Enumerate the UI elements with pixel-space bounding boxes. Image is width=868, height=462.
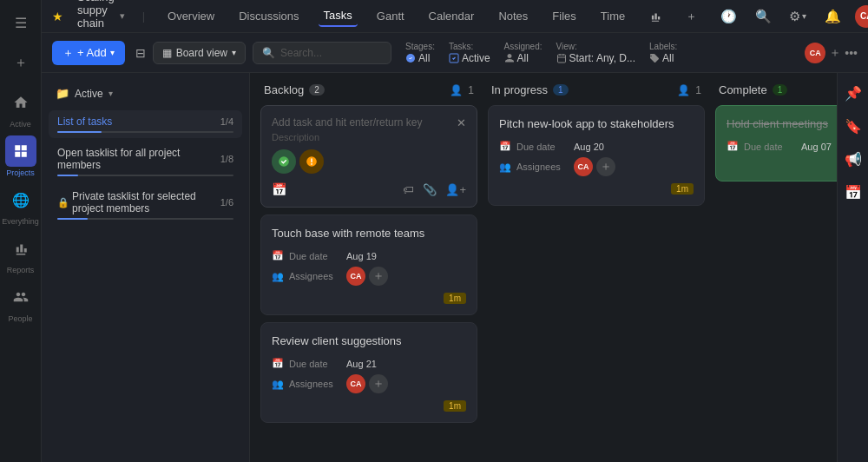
toolbar-avatar[interactable]: CA ＋ ••• xyxy=(805,43,858,63)
projects-label: Projects xyxy=(6,168,35,177)
nav-files[interactable]: Files xyxy=(547,6,581,26)
complete-count: 1 xyxy=(773,84,788,96)
add-user-icon[interactable]: 👤+ xyxy=(445,183,466,196)
bell-icon[interactable]: 🔔 xyxy=(820,4,845,29)
calendar-icon[interactable]: 📅 xyxy=(272,182,286,196)
nav-plus[interactable]: ＋ xyxy=(681,5,702,28)
left-icon-rail: ☰ ＋ Active Projects 🌐 Everything Reports… xyxy=(0,0,42,462)
tag-icon[interactable]: 🏷 xyxy=(403,183,414,196)
everything-label: Everything xyxy=(2,217,39,226)
add-assignee-button[interactable]: ＋ xyxy=(369,267,388,286)
tasklist-item-locked[interactable]: 🔒 Private tasklist for selected project … xyxy=(49,185,242,225)
calendar-icon: 📅 xyxy=(499,141,511,152)
nav-notes[interactable]: Notes xyxy=(493,6,533,26)
time-badge: 1m xyxy=(444,293,466,304)
bookmark-icon[interactable]: 🔖 xyxy=(840,113,866,139)
task-desc-placeholder: Description xyxy=(272,132,422,142)
add-button[interactable]: ＋ + Add ▾ xyxy=(52,41,125,65)
people-icon: 👥 xyxy=(272,271,284,282)
left-panel: 📁 Active ▾ List of tasks 1/4 Open taskli… xyxy=(42,73,250,462)
in-progress-title: In progress xyxy=(491,83,548,96)
nav-chart[interactable] xyxy=(644,6,667,27)
clip-icon[interactable]: 📎 xyxy=(423,183,437,196)
top-nav: ★ Scaling suppy chain man... ▾ | Overvie… xyxy=(42,0,868,33)
assignee-avatar: CA xyxy=(346,267,365,286)
in-progress-count: 1 xyxy=(553,84,569,96)
column-complete: Complete 1 👤 1 Hold client meetings 📅 Du… xyxy=(715,83,837,452)
view-filter-chip: View: Start: Any, D... xyxy=(556,42,635,64)
chevron-down-icon: ▾ xyxy=(108,89,113,98)
task-card-pitch-app[interactable]: Pitch new-look app to stakeholders 📅 Due… xyxy=(488,105,705,206)
close-icon[interactable]: ✕ xyxy=(457,116,466,129)
search-icon: 🔍 xyxy=(262,47,275,59)
assignee-avatar: CA xyxy=(574,157,593,176)
clock-icon[interactable]: 🕐 xyxy=(716,4,740,29)
svg-rect-2 xyxy=(557,55,565,63)
task-card-hold-client[interactable]: Hold client meetings 📅 Due date Aug 07 1… xyxy=(715,105,837,182)
menu-icon[interactable]: ☰ xyxy=(5,7,36,38)
view-selector[interactable]: ▦ Board view ▾ xyxy=(153,42,246,64)
complete-title: Complete xyxy=(719,83,767,96)
time-badge: 1m xyxy=(671,183,694,195)
projects-icon[interactable] xyxy=(5,135,36,167)
nav-overview[interactable]: Overview xyxy=(162,6,220,26)
assigned-chip: Assigned: All xyxy=(504,42,542,64)
nav-tasks[interactable]: Tasks xyxy=(319,5,358,27)
chevron-down-icon[interactable]: ▾ xyxy=(120,10,125,22)
emoji-green xyxy=(272,149,296,174)
stages-chip: Stages: All xyxy=(405,42,435,64)
add-assignee-button[interactable]: ＋ xyxy=(369,374,388,393)
tasks-chip: Tasks: Active xyxy=(449,42,490,64)
backlog-count: 2 xyxy=(309,84,325,96)
emoji-orange xyxy=(299,149,324,174)
task-card-editing[interactable]: Add task and hit enter/return key Descri… xyxy=(260,105,477,208)
person-count: 1 xyxy=(468,84,474,96)
active-filter[interactable]: 📁 Active ▾ xyxy=(49,83,242,103)
broadcast-icon[interactable]: 📢 xyxy=(840,146,866,172)
nav-gantt[interactable]: Gantt xyxy=(372,6,410,26)
people-label: People xyxy=(8,314,32,323)
people-icon[interactable] xyxy=(5,281,36,313)
column-backlog: Backlog 2 👤 1 Add task and hit enter/ret… xyxy=(260,83,477,452)
assignee-avatar: CA xyxy=(346,374,365,393)
home-icon[interactable] xyxy=(5,87,36,118)
tasklist-item[interactable]: Open tasklist for all project members 1/… xyxy=(49,142,242,182)
user-avatar[interactable]: CA xyxy=(855,5,868,28)
person-icon: 👤 xyxy=(677,84,690,96)
task-title: Pitch new-look app to stakeholders xyxy=(499,116,694,132)
filter-icon[interactable]: ⊟ xyxy=(135,46,146,60)
task-placeholder: Add task and hit enter/return key xyxy=(272,116,422,129)
me-label: Active xyxy=(10,120,31,129)
project-star[interactable]: ★ xyxy=(52,10,63,23)
column-in-progress: In progress 1 👤 1 Pitch new-look app to … xyxy=(488,83,705,452)
svg-point-5 xyxy=(311,163,312,165)
nav-time[interactable]: Time xyxy=(595,6,630,26)
folder-icon: 📁 xyxy=(56,87,69,100)
nav-calendar[interactable]: Calendar xyxy=(424,6,480,26)
chart-icon[interactable] xyxy=(5,233,36,264)
task-card-touch-base[interactable]: Touch base with remote teams 📅 Due date … xyxy=(260,214,477,315)
toolbar: ＋ + Add ▾ ⊟ ▦ Board view ▾ 🔍 Search... S… xyxy=(42,33,868,73)
task-title: Touch base with remote teams xyxy=(272,226,466,241)
chevron-icon: ▾ xyxy=(232,48,236,57)
pin-icon[interactable]: 📌 xyxy=(840,80,866,106)
plus-icon[interactable]: ＋ xyxy=(5,47,36,78)
tasklist-item[interactable]: List of tasks 1/4 xyxy=(49,110,242,138)
nav-discussions[interactable]: Discussions xyxy=(233,6,304,26)
backlog-title: Backlog xyxy=(264,83,304,96)
calendar-icon: 📅 xyxy=(272,358,284,369)
right-panels: 📌 🔖 📢 📅 xyxy=(837,73,868,462)
search-box[interactable]: 🔍 Search... xyxy=(253,42,391,64)
settings-icon[interactable]: ⚙▾ xyxy=(786,4,810,29)
task-card-review-client[interactable]: Review client suggestions 📅 Due date Aug… xyxy=(260,322,477,423)
labels-chip: Labels: All xyxy=(649,42,677,64)
calendar-side-icon[interactable]: 📅 xyxy=(840,179,866,205)
filter-chips: Stages: All Tasks: Active Assigned: All xyxy=(405,42,791,64)
add-assignee-button[interactable]: ＋ xyxy=(596,157,615,176)
people-icon: 👥 xyxy=(272,379,284,390)
plus-icon: ＋ xyxy=(62,45,74,61)
reports-label: Reports xyxy=(7,266,35,274)
search-icon[interactable]: 🔍 xyxy=(751,4,775,29)
board-area: Backlog 2 👤 1 Add task and hit enter/ret… xyxy=(250,73,837,462)
globe-icon[interactable]: 🌐 xyxy=(5,184,36,215)
